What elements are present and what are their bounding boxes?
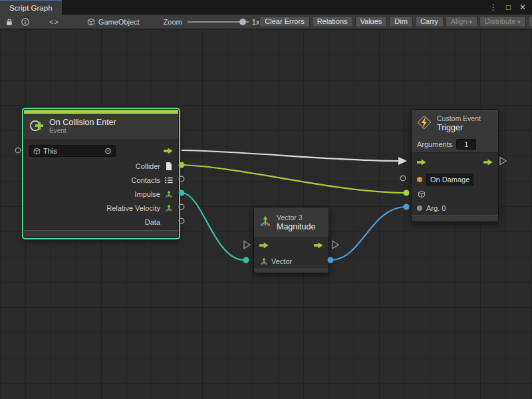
tab-bar: Script Graph ⋮ □ ✕ [0,0,532,15]
document-icon [164,162,173,170]
port-label-data: Data [145,218,160,226]
node-header[interactable]: Vector 3 Magnitude [254,207,329,237]
collision-event-icon [29,118,44,134]
carry-button[interactable]: Carry [415,16,444,27]
distribute-label: Distribute [485,17,515,25]
port-row-impulse[interactable]: Impulse [24,187,178,201]
window-controls: ⋮ □ ✕ [489,0,532,15]
flow-row [254,237,329,254]
flow-in-arrow[interactable] [259,242,269,249]
target-row: This ⊙ [24,143,178,159]
port-row-relative-velocity[interactable]: Relative Velocity [24,201,178,215]
node-body: This ⊙ Collider Contacts Impulse Relativ… [24,139,178,230]
node-footer [254,269,329,273]
align-button: Align▾ [446,16,477,27]
align-label: Align [451,17,467,25]
node-vector3-magnitude[interactable]: Vector 3 Magnitude Vector [253,207,329,273]
arguments-row: Arguments 1 [412,136,498,153]
zoom-slider[interactable] [188,18,249,26]
relations-button[interactable]: Relations [312,16,353,27]
node-type: Custom Event [437,114,481,123]
vector3-icon [259,257,268,265]
flow-in-arrow[interactable] [417,159,426,166]
node-title: On Collision Enter [49,118,116,127]
tab-title: Script Graph [9,4,53,12]
arg0-port-dot[interactable] [417,205,422,211]
clear-errors-button[interactable]: Clear Errors [259,16,309,27]
arguments-count-field[interactable]: 1 [456,139,476,150]
overview-button[interactable]: Overv [528,16,532,27]
gameobject-cube-icon [86,17,96,27]
port-row-arg0[interactable]: Arg. 0 [412,201,498,215]
vector3-icon [164,204,173,212]
code-view-icon[interactable]: <> [49,18,59,26]
port-row-contacts[interactable]: Contacts [24,173,178,187]
port-label-relative-velocity: Relative Velocity [106,204,160,212]
flow-row [412,153,498,172]
close-icon[interactable]: ✕ [519,3,526,12]
port-label-contacts: Contacts [132,176,160,184]
flow-out-arrow[interactable] [164,148,173,154]
zoom-label: Zoom [164,18,182,26]
this-target-field[interactable]: This ⊙ [29,145,116,157]
caret-down-icon: ▾ [469,19,472,25]
lightning-icon [417,115,432,131]
maximize-icon[interactable]: □ [506,3,511,12]
string-port-dot[interactable] [417,177,422,182]
lock-icon[interactable] [4,17,15,27]
menu-icon[interactable]: ⋮ [489,3,497,12]
node-title: Magnitude [277,222,315,231]
zoom-value: 1x [252,18,260,26]
vector3-icon [164,190,173,198]
tab-script-graph[interactable]: Script Graph [0,0,62,15]
distribute-button: Distribute▾ [479,16,526,27]
gameobject-cube-icon [417,190,426,198]
port-row-target[interactable] [412,188,498,201]
port-label-arg0: Arg. 0 [426,204,446,212]
port-label-vector: Vector [271,257,292,265]
dim-button[interactable]: Dim [389,16,413,27]
values-button[interactable]: Values [355,16,388,27]
caret-down-icon: ▾ [517,19,521,25]
node-title: Trigger [437,123,481,132]
node-footer [24,230,178,237]
gameobject-label[interactable]: GameObject [98,18,140,26]
list-icon [164,177,173,184]
vector3-icon [259,215,271,229]
flow-out-arrow[interactable] [314,242,323,249]
flow-out-arrow[interactable] [483,159,493,166]
info-icon[interactable] [20,17,31,27]
port-row-collider[interactable]: Collider [24,159,178,173]
node-header[interactable]: On Collision Enter Event [24,114,178,139]
unity-graph-window: Script Graph ⋮ □ ✕ <> GameObject Zoom 1x… [0,0,532,399]
event-name-field[interactable]: On Damage [426,174,473,186]
node-on-collision-enter[interactable]: On Collision Enter Event This ⊙ Collider… [23,109,179,238]
graph-toolbar: <> GameObject Zoom 1x Clear Errors Relat… [0,15,532,29]
node-subtitle: Event [49,127,116,135]
zoom-slider-knob[interactable] [239,19,246,25]
node-custom-event-trigger[interactable]: Custom Event Trigger Arguments 1 On Dama… [411,109,499,222]
node-body: Vector [254,237,329,269]
port-row-event-name[interactable]: On Damage [412,172,498,188]
toolbar-button-group: Clear Errors Relations Values Dim Carry … [259,16,532,27]
arguments-label: Arguments [417,140,452,148]
node-header[interactable]: Custom Event Trigger [412,110,498,136]
port-row-data[interactable]: Data [24,215,178,229]
object-picker-icon[interactable]: ⊙ [104,148,112,154]
port-label-impulse: Impulse [134,190,160,198]
this-target-value: This [43,147,57,155]
port-label-collider: Collider [136,162,160,170]
port-row-vector[interactable]: Vector [254,254,329,269]
node-type: Vector 3 [277,213,315,222]
node-body: On Damage Arg. 0 [412,153,498,215]
gameobject-cube-icon [33,148,41,155]
node-footer [412,215,498,221]
